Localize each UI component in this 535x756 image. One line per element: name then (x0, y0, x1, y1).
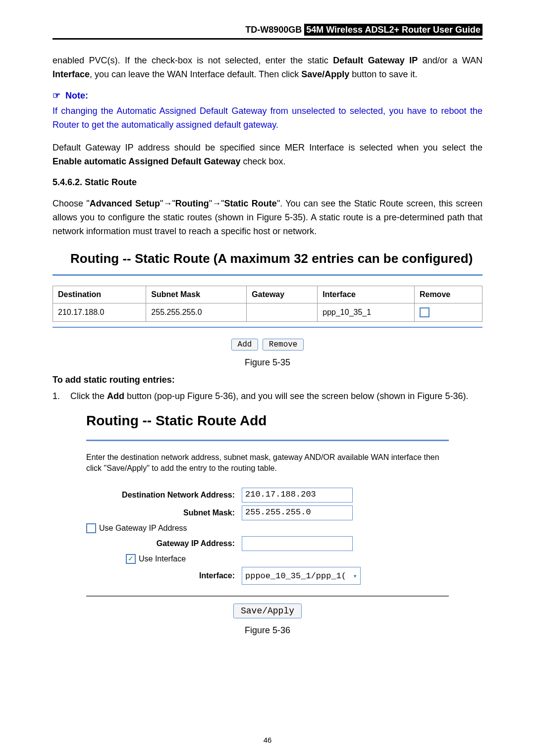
pointing-hand-icon: ☞ (53, 91, 60, 101)
interface-select-value: pppoe_10_35_1/ppp_1( (245, 571, 346, 581)
table-row: 210.17.188.0 255.255.255.0 ppp_10_35_1 (53, 303, 482, 322)
col-gateway: Gateway (247, 286, 318, 303)
dest-address-input[interactable]: 210.17.188.203 (242, 488, 353, 503)
use-interface-checkbox[interactable] (126, 554, 136, 564)
note-heading: ☞ Note: (53, 90, 482, 101)
static-route-table: Destination Subnet Mask Gateway Interfac… (53, 286, 482, 322)
cell-gateway (247, 303, 318, 322)
paragraph-intro: enabled PVC(s). If the check-box is not … (53, 53, 482, 81)
fig35-title: Routing -- Static Route (A maximum 32 en… (53, 247, 482, 276)
figure-5-36: Routing -- Static Route Add Enter the de… (86, 410, 449, 618)
list-item-1: 1. Click the Add button (pop-up Figure 5… (53, 389, 482, 403)
page-header: TD-W8900GB 54M Wireless ADSL2+ Router Us… (53, 25, 482, 40)
cell-destination: 210.17.188.0 (53, 303, 146, 322)
arrow-icon: → (163, 199, 172, 208)
col-subnet-mask: Subnet Mask (146, 286, 247, 303)
label-interface: Interface: (86, 571, 242, 580)
label-gateway-ip: Gateway IP Address: (86, 539, 242, 548)
chevron-down-icon: ▾ (353, 572, 357, 580)
cell-mask: 255.255.255.0 (146, 303, 247, 322)
label-dest-addr: Destination Network Address: (86, 491, 242, 500)
divider (86, 596, 449, 597)
page-number: 46 (0, 736, 535, 744)
paragraph-static-route: Choose "Advanced Setup"→"Routing"→"Stati… (53, 197, 482, 238)
arrow-icon: → (212, 199, 221, 208)
fig36-desc: Enter the destination network address, s… (86, 452, 449, 474)
col-destination: Destination (53, 286, 146, 303)
remove-button[interactable]: Remove (263, 339, 304, 351)
figure-5-35: Routing -- Static Route (A maximum 32 en… (53, 247, 482, 351)
fig36-title: Routing -- Static Route Add (86, 410, 449, 441)
cell-interface: ppp_10_35_1 (318, 303, 415, 322)
list-number: 1. (53, 389, 70, 403)
add-button[interactable]: Add (231, 339, 259, 351)
use-gateway-checkbox[interactable] (86, 523, 96, 533)
col-interface: Interface (318, 286, 415, 303)
gateway-ip-input[interactable] (242, 536, 353, 551)
paragraph-default-gw: Default Gateway IP address should be spe… (53, 141, 482, 168)
section-heading: 5.4.6.2. Static Route (53, 177, 482, 188)
cell-remove (414, 303, 482, 322)
fig35-caption: Figure 5-35 (53, 357, 482, 368)
col-remove: Remove (414, 286, 482, 303)
label-use-interface: Use Interface (139, 554, 186, 563)
add-entries-heading: To add static routing entries: (53, 375, 482, 385)
label-use-gateway: Use Gateway IP Address (99, 524, 187, 533)
remove-checkbox[interactable] (420, 307, 429, 317)
note-body: If changing the Automatic Assigned Defau… (53, 104, 482, 132)
header-model: TD-W8900GB (245, 25, 302, 35)
fig36-caption: Figure 5-36 (53, 625, 482, 636)
subnet-mask-input[interactable]: 255.255.255.0 (242, 505, 353, 520)
label-subnet-mask: Subnet Mask: (86, 508, 242, 517)
header-title: 54M Wireless ADSL2+ Router User Guide (304, 24, 482, 36)
interface-select[interactable]: pppoe_10_35_1/ppp_1( ▾ (242, 567, 361, 585)
save-apply-button[interactable]: Save/Apply (233, 604, 302, 618)
